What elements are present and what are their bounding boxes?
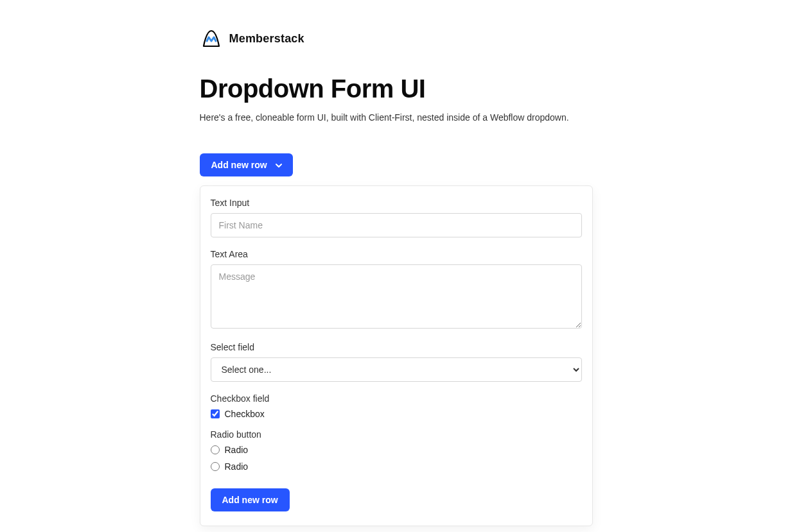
radio-option-label-1: Radio: [225, 445, 249, 455]
form-card: Text Input Text Area Select field Select…: [200, 185, 593, 526]
radio-input-2[interactable]: [211, 462, 220, 471]
brand-header: Memberstack: [200, 28, 593, 49]
chevron-down-icon: [275, 161, 283, 169]
radio-input-1[interactable]: [211, 445, 220, 454]
dropdown-toggle-label: Add new row: [211, 160, 267, 170]
submit-button-label: Add new row: [222, 495, 278, 505]
page-title: Dropdown Form UI: [200, 74, 593, 103]
brand-name: Memberstack: [229, 32, 304, 46]
select-label: Select field: [211, 342, 582, 352]
first-name-input[interactable]: [211, 213, 582, 237]
radio-option-label-2: Radio: [225, 461, 249, 472]
page-subtitle: Here's a free, cloneable form UI, built …: [200, 112, 593, 123]
checkbox-input[interactable]: [211, 409, 220, 418]
submit-button[interactable]: Add new row: [211, 488, 290, 511]
text-input-label: Text Input: [211, 198, 582, 208]
memberstack-logo-icon: [200, 28, 223, 49]
select-field[interactable]: Select one...: [211, 357, 582, 382]
checkbox-option-label: Checkbox: [225, 409, 265, 419]
dropdown-toggle-button[interactable]: Add new row: [200, 153, 293, 176]
message-textarea[interactable]: [211, 264, 582, 329]
textarea-label: Text Area: [211, 249, 582, 259]
radio-field-label: Radio button: [211, 429, 582, 440]
checkbox-field-label: Checkbox field: [211, 393, 582, 404]
